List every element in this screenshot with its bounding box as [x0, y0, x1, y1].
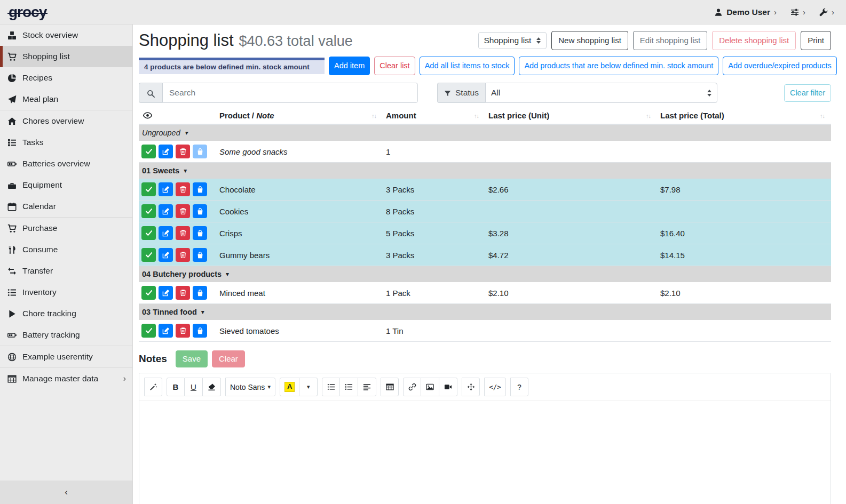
status-select[interactable]: All [485, 83, 717, 103]
add-below-min-stock-button[interactable]: Add products that are below defined min.… [519, 57, 718, 75]
sidebar-collapse-button[interactable]: ‹ [0, 481, 132, 504]
clear-filter-button[interactable]: Clear filter [784, 84, 831, 102]
editor-image-button[interactable] [421, 378, 439, 396]
editor-color-caret-button[interactable]: ▾ [299, 378, 318, 396]
group-header-ungrouped[interactable]: Ungrouped▾ [139, 125, 831, 141]
column-header-product[interactable]: Product / Note ↑↓ [216, 107, 383, 124]
editor-bold-button[interactable]: B [167, 378, 185, 396]
mark-done-button[interactable] [141, 226, 156, 240]
sidebar-item-recipes[interactable]: Recipes [0, 67, 132, 89]
chevron-right-icon: › [832, 8, 834, 16]
editor-list-ul-button[interactable] [322, 378, 340, 396]
page-title: Shopping list [139, 30, 234, 51]
new-shopping-list-button[interactable]: New shopping list [551, 31, 628, 50]
add-to-stock-button[interactable] [193, 182, 207, 196]
sidebar-item-manage-master-data[interactable]: Manage master data› [0, 368, 132, 389]
sidebar-item-label: Equipment [22, 180, 126, 190]
add-to-stock-button[interactable] [193, 286, 207, 300]
toggle-done-items-eye-button[interactable] [143, 111, 152, 120]
mark-done-button[interactable] [141, 286, 156, 300]
clear-list-button[interactable]: Clear list [374, 57, 415, 75]
shopping-list-select-value: Shopping list [484, 36, 532, 45]
sidebar-item-meal-plan[interactable]: Meal plan [0, 89, 132, 110]
sidebar-item-example-userentity[interactable]: Example userentity [0, 346, 132, 367]
sidebar-item-inventory[interactable]: Inventory [0, 282, 132, 303]
admin-menu[interactable]: › [819, 8, 834, 17]
add-overdue-button[interactable]: Add overdue/expired products [723, 57, 836, 75]
editor-table-grid-button[interactable] [381, 378, 399, 396]
sidebar-item-chores-overview[interactable]: Chores overview [0, 110, 132, 132]
sidebar-item-battery-tracking[interactable]: Battery tracking [0, 324, 132, 346]
delete-item-button[interactable] [176, 286, 190, 300]
delete-item-button[interactable] [176, 226, 190, 240]
edit-item-button[interactable] [159, 204, 173, 218]
sidebar-item-stock-overview[interactable]: Stock overview [0, 25, 132, 46]
group-header-03-tinned-food[interactable]: 03 Tinned food▾ [139, 304, 831, 320]
notes-save-button[interactable]: Save [176, 350, 208, 367]
editor-underline-button[interactable]: U [185, 378, 203, 396]
edit-item-button[interactable] [159, 145, 173, 158]
editor-eraser-button[interactable] [203, 378, 221, 396]
editor-font-name-button[interactable]: Noto Sans▾ [225, 378, 275, 396]
edit-item-button[interactable] [159, 226, 173, 240]
mark-done-button[interactable] [141, 248, 156, 262]
editor-link-chain-button[interactable] [403, 378, 421, 396]
editor-align-left-button[interactable] [358, 378, 376, 396]
edit-item-button[interactable] [159, 182, 173, 196]
user-menu[interactable]: Demo User› [714, 7, 777, 17]
mark-done-button[interactable] [141, 204, 156, 218]
delete-item-button[interactable] [176, 145, 190, 158]
editor-list-ol-button[interactable] [340, 378, 358, 396]
editor-arrows-expand-button[interactable] [462, 378, 480, 396]
add-to-stock-button[interactable] [193, 145, 207, 158]
settings-menu[interactable]: › [790, 8, 805, 17]
mark-done-button[interactable] [141, 324, 156, 338]
below-min-stock-alert[interactable]: 4 products are below defined min. stock … [139, 58, 325, 74]
delete-item-button[interactable] [176, 324, 190, 338]
sidebar-item-tasks[interactable]: Tasks [0, 132, 132, 153]
delete-item-button[interactable] [176, 204, 190, 218]
delete-item-button[interactable] [176, 182, 190, 196]
shopping-list-row-chocolate: Chocolate3 Packs$2.66$7.98 [139, 179, 831, 201]
editor-code-view-button[interactable]: </> [484, 378, 506, 396]
sidebar-item-equipment[interactable]: Equipment [0, 174, 132, 196]
select-arrows-icon [536, 37, 541, 44]
mark-done-button[interactable] [141, 145, 156, 158]
sidebar-item-label: Calendar [22, 202, 126, 211]
sidebar-item-consume[interactable]: Consume [0, 239, 132, 260]
sidebar-item-calendar[interactable]: Calendar [0, 196, 132, 217]
add-to-stock-button[interactable] [193, 226, 207, 240]
editor-font-color-button[interactable]: A [280, 378, 299, 396]
sidebar-item-chore-tracking[interactable]: Chore tracking [0, 303, 132, 324]
editor-video-camera-button[interactable] [439, 378, 457, 396]
shopping-list-select[interactable]: Shopping list [478, 32, 547, 49]
grocy-logo[interactable]: grocy [9, 5, 46, 20]
editor-magic-wand-button[interactable] [144, 378, 162, 396]
column-header-amount[interactable]: Amount ↑↓ [383, 107, 485, 124]
add-to-stock-button[interactable] [193, 204, 207, 218]
notes-editor-area[interactable] [139, 401, 831, 504]
add-to-stock-button[interactable] [193, 324, 207, 338]
search-input[interactable] [162, 83, 418, 103]
delete-item-button[interactable] [176, 248, 190, 262]
group-header-01-sweets[interactable]: 01 Sweets▾ [139, 163, 831, 179]
print-button[interactable]: Print [801, 31, 831, 50]
column-header-last-price-total[interactable]: Last price (Total) ↑↓ [657, 107, 831, 124]
column-header-last-price-unit[interactable]: Last price (Unit) ↑↓ [485, 107, 657, 124]
add-to-stock-button[interactable] [193, 248, 207, 262]
mark-done-button[interactable] [141, 182, 156, 196]
sidebar-item-transfer[interactable]: Transfer [0, 260, 132, 282]
add-item-button[interactable]: Add item [329, 57, 370, 75]
sidebar-item-batteries-overview[interactable]: Batteries overview [0, 153, 132, 174]
edit-shopping-list-button[interactable]: Edit shopping list [633, 31, 707, 50]
editor-help-button[interactable]: ? [510, 378, 528, 396]
add-all-to-stock-button[interactable]: Add all list items to stock [420, 57, 515, 75]
sidebar-item-purchase[interactable]: Purchase [0, 218, 132, 239]
edit-item-button[interactable] [159, 248, 173, 262]
delete-shopping-list-button[interactable]: Delete shopping list [712, 31, 796, 50]
notes-clear-button[interactable]: Clear [212, 350, 245, 367]
edit-item-button[interactable] [159, 324, 173, 338]
group-header-04-butchery-products[interactable]: 04 Butchery products▾ [139, 266, 831, 282]
edit-item-button[interactable] [159, 286, 173, 300]
sidebar-item-shopping-list[interactable]: Shopping list [0, 46, 132, 67]
